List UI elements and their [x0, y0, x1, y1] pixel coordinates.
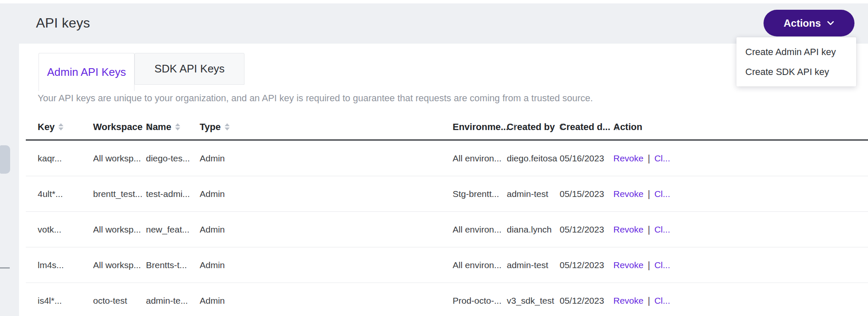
- cell-created_by: v3_sdk_test: [507, 296, 560, 306]
- clone-link[interactable]: Cl...: [654, 260, 670, 270]
- revoke-link[interactable]: Revoke: [613, 225, 643, 235]
- action-separator: |: [648, 295, 650, 306]
- scrollbar-thumb[interactable]: [0, 145, 10, 174]
- action-separator: |: [648, 188, 650, 200]
- revoke-link[interactable]: Revoke: [613, 153, 643, 164]
- chevron-down-icon: [827, 19, 835, 27]
- actions-button[interactable]: Actions: [764, 10, 854, 36]
- cell-created_date: 05/16/2023: [560, 153, 613, 164]
- cell-created_date: 05/12/2023: [560, 260, 613, 270]
- column-header-key[interactable]: Key: [38, 122, 93, 133]
- cell-created_by: admin-test: [507, 260, 560, 270]
- table-row: 4ult*...brentt_test...test-admi...AdminS…: [26, 176, 868, 212]
- cell-action: Revoke|Cl...: [613, 295, 868, 306]
- column-label: Name: [146, 122, 171, 133]
- menu-item-create-admin-api-key[interactable]: Create Admin API key: [736, 42, 856, 62]
- cell-name: new_feat...: [146, 225, 200, 235]
- cell-name: admin-te...: [146, 296, 200, 306]
- clone-link[interactable]: Cl...: [654, 225, 670, 235]
- cell-name: diego-tes...: [146, 153, 200, 164]
- action-separator: |: [648, 153, 650, 164]
- cell-type: Admin: [200, 189, 453, 199]
- cell-created_by: diego.feitosa: [507, 153, 560, 164]
- cell-created_date: 05/12/2023: [560, 296, 613, 306]
- actions-button-label: Actions: [783, 17, 821, 29]
- cell-key: lm4s...: [38, 260, 93, 270]
- cell-key: kaqr...: [38, 153, 93, 164]
- cell-environment: All environ...: [453, 153, 507, 164]
- column-label: Environme...: [453, 122, 508, 133]
- table-body: kaqr...All worksp...diego-tes...AdminAll…: [26, 141, 868, 316]
- revoke-link[interactable]: Revoke: [613, 260, 643, 270]
- table-row: lm4s...All worksp...Brentts-t...AdminAll…: [26, 247, 868, 283]
- column-label: Workspace: [93, 122, 143, 133]
- page-title: API keys: [36, 15, 90, 30]
- cell-key: votk...: [38, 225, 93, 235]
- column-label: Type: [200, 122, 221, 133]
- cell-environment: All environ...: [453, 225, 507, 235]
- cell-created_by: diana.lynch: [507, 225, 560, 235]
- cell-name: test-admi...: [146, 189, 200, 199]
- column-label: Key: [38, 122, 55, 133]
- cell-type: Admin: [200, 260, 453, 270]
- cell-workspace: All worksp...: [93, 260, 146, 270]
- actions-dropdown-menu: Create Admin API key Create SDK API key: [736, 37, 856, 86]
- cell-action: Revoke|Cl...: [613, 224, 868, 235]
- sort-icon[interactable]: [512, 123, 517, 130]
- column-label: Action: [613, 122, 642, 133]
- table-row: kaqr...All worksp...diego-tes...AdminAll…: [26, 141, 868, 176]
- clone-link[interactable]: Cl...: [654, 153, 670, 164]
- resize-handle[interactable]: [0, 267, 10, 269]
- action-separator: |: [648, 224, 650, 235]
- cell-type: Admin: [200, 153, 453, 164]
- column-header-workspace[interactable]: Workspace: [93, 122, 146, 133]
- action-separator: |: [648, 260, 650, 271]
- left-rail: [0, 44, 19, 316]
- column-header-type[interactable]: Type: [200, 122, 453, 133]
- column-label: Created d...: [560, 122, 610, 133]
- cell-action: Revoke|Cl...: [613, 260, 868, 271]
- tab-admin-api-keys[interactable]: Admin API Keys: [38, 53, 135, 91]
- cell-action: Revoke|Cl...: [613, 153, 868, 164]
- cell-workspace: All worksp...: [93, 153, 146, 164]
- api-keys-table: KeyWorkspaceNameTypeEnvironme...Created …: [26, 114, 868, 316]
- cell-name: Brentts-t...: [146, 260, 200, 270]
- cell-environment: Prod-octo-...: [453, 296, 507, 306]
- cell-key: 4ult*...: [38, 189, 93, 199]
- sort-icon[interactable]: [225, 123, 230, 130]
- cell-workspace: All worksp...: [93, 225, 146, 235]
- table-header-row: KeyWorkspaceNameTypeEnvironme...Created …: [26, 114, 868, 141]
- revoke-link[interactable]: Revoke: [613, 296, 643, 306]
- cell-environment: Stg-brentt...: [453, 189, 507, 199]
- cell-workspace: brentt_test...: [93, 189, 146, 199]
- table-row: votk...All worksp...new_feat...AdminAll …: [26, 212, 868, 247]
- table-description: Your API keys are unique to your organiz…: [38, 92, 593, 104]
- revoke-link[interactable]: Revoke: [613, 189, 643, 199]
- cell-type: Admin: [200, 225, 453, 235]
- cell-created_date: 05/12/2023: [560, 225, 613, 235]
- cell-created_date: 05/15/2023: [560, 189, 613, 199]
- table-row: is4l*...octo-testadmin-te...AdminProd-oc…: [26, 283, 868, 316]
- cell-created_by: admin-test: [507, 189, 560, 199]
- cell-environment: All environ...: [453, 260, 507, 270]
- tab-sdk-api-keys[interactable]: SDK API Keys: [135, 53, 244, 85]
- sort-icon[interactable]: [58, 123, 63, 130]
- cell-type: Admin: [200, 296, 453, 306]
- cell-workspace: octo-test: [93, 296, 146, 306]
- clone-link[interactable]: Cl...: [654, 296, 670, 306]
- column-header-name[interactable]: Name: [146, 122, 200, 133]
- column-header-environment[interactable]: Environme...: [453, 122, 507, 133]
- top-strip: [0, 0, 868, 3]
- column-header-action: Action: [613, 122, 868, 133]
- cell-action: Revoke|Cl...: [613, 188, 868, 200]
- column-header-created_date[interactable]: Created d...: [560, 122, 613, 133]
- sort-icon[interactable]: [175, 123, 180, 130]
- cell-key: is4l*...: [38, 296, 93, 306]
- api-keys-page: API keys Actions Create Admin API key Cr…: [0, 0, 868, 316]
- menu-item-create-sdk-api-key[interactable]: Create SDK API key: [736, 62, 856, 82]
- clone-link[interactable]: Cl...: [654, 189, 670, 199]
